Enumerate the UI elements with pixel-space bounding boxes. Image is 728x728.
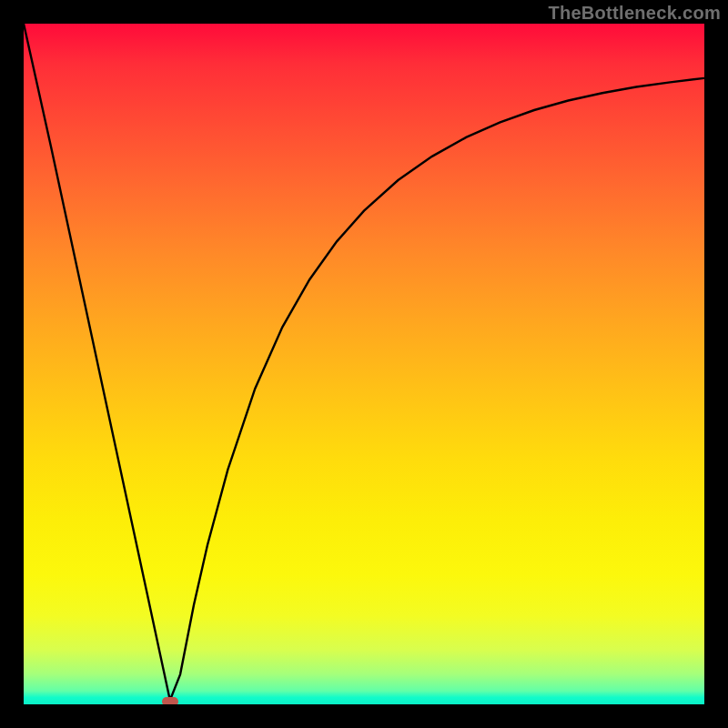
chart-frame: TheBottleneck.com bbox=[0, 0, 728, 728]
minimum-marker bbox=[162, 697, 178, 704]
watermark-text: TheBottleneck.com bbox=[548, 3, 721, 24]
plot-area bbox=[24, 24, 704, 704]
bottleneck-curve bbox=[24, 24, 704, 704]
